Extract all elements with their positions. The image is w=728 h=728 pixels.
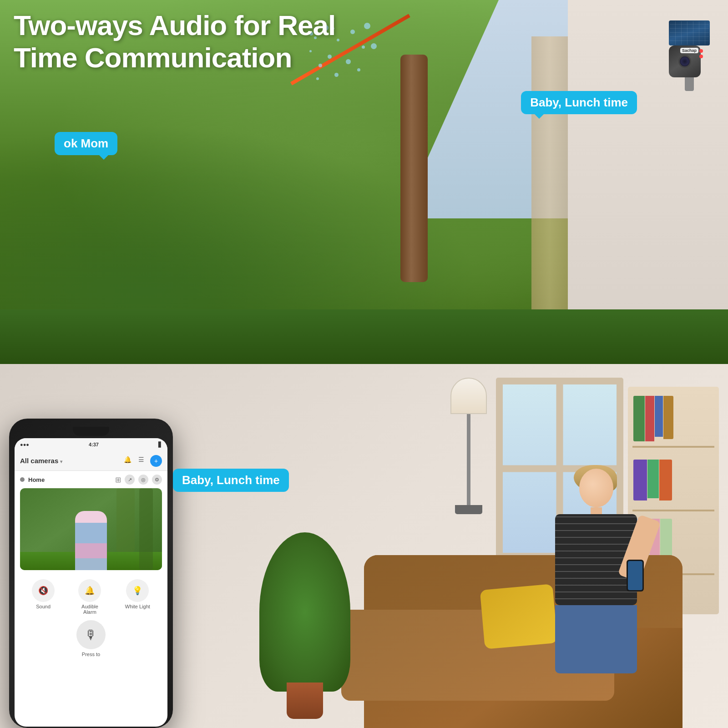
mic-button-container: 🎙 Press to bbox=[15, 620, 167, 657]
camera-badge: Sachap bbox=[680, 48, 698, 53]
camera-bracket bbox=[685, 77, 694, 91]
light-icon[interactable]: 💡 bbox=[126, 579, 149, 602]
camera-row-header: Home ⊞ ↗ ◎ ⚙ bbox=[20, 475, 162, 485]
tree-trunk bbox=[400, 55, 428, 282]
cam-tree-2 bbox=[116, 488, 135, 552]
cam-home-icon: ⊞ bbox=[115, 475, 121, 484]
page-wrapper: Sachap Two-ways Audio for Real Time Comm… bbox=[0, 0, 728, 728]
dropdown-icon[interactable]: ▾ bbox=[60, 459, 62, 464]
top-section: Sachap Two-ways Audio for Real Time Comm… bbox=[0, 0, 728, 364]
woman-held-phone bbox=[627, 560, 644, 592]
woman-head bbox=[579, 469, 613, 507]
woman-speech-text: Baby, Lunch time bbox=[182, 473, 280, 487]
light-control[interactable]: 💡 White Light bbox=[125, 579, 150, 615]
sound-label: Sound bbox=[36, 604, 51, 609]
background-ladder bbox=[531, 36, 568, 309]
floor-lamp bbox=[450, 378, 487, 514]
phone-header-icons: 🔔 ☰ + bbox=[123, 455, 162, 467]
cam-settings-icon[interactable]: ◎ bbox=[138, 475, 148, 485]
status-battery: ▋ bbox=[158, 442, 162, 448]
cam-home-label: Home bbox=[28, 476, 111, 483]
camera-led-2 bbox=[699, 55, 703, 58]
cam-thumbnail-child-figure bbox=[75, 511, 107, 570]
sound-icon[interactable]: 🔇 bbox=[32, 579, 55, 602]
phone-camera-section: Home ⊞ ↗ ◎ ⚙ bbox=[15, 471, 167, 574]
camera-body: Sachap bbox=[669, 46, 701, 77]
phone-screen: ●●● 4:37 ▋ All cameras ▾ 🔔 ☰ + bbox=[15, 438, 167, 727]
cam-share-icon[interactable]: ↗ bbox=[125, 475, 135, 485]
woman-legs-jeans bbox=[555, 605, 637, 673]
phone-app-header: All cameras ▾ 🔔 ☰ + bbox=[15, 451, 167, 471]
shelf-row-2 bbox=[632, 510, 714, 511]
mic-button[interactable]: 🎙 bbox=[76, 620, 106, 649]
phone-controls: 🔇 Sound 🔔 AudibleAlarm 💡 White Light bbox=[15, 574, 167, 618]
cam-tree bbox=[139, 488, 153, 570]
notification-icon[interactable]: 🔔 bbox=[123, 455, 132, 464]
hero-title-block: Two-ways Audio for Real Time Communicati… bbox=[14, 9, 335, 74]
mic-icon: 🎙 bbox=[85, 627, 97, 642]
indoor-plant bbox=[259, 532, 350, 728]
alarm-label: AudibleAlarm bbox=[81, 604, 98, 615]
solar-panel bbox=[669, 20, 710, 46]
security-camera: Sachap bbox=[669, 18, 710, 91]
lamp-shade bbox=[450, 378, 487, 414]
cam-thumbnail[interactable] bbox=[20, 488, 162, 570]
garden-ground bbox=[0, 309, 728, 364]
camera-speech-text-top: Baby, Lunch time bbox=[530, 96, 628, 109]
hero-title: Two-ways Audio for Real Time Communicati… bbox=[14, 9, 335, 74]
child-speech-bubble: ok Mom bbox=[55, 132, 117, 155]
woman-speech-bubble: Baby, Lunch time bbox=[173, 469, 289, 492]
phone-status-bar: ●●● 4:37 ▋ bbox=[15, 438, 167, 451]
plant-pot bbox=[287, 682, 323, 719]
status-time: 4:37 bbox=[89, 442, 99, 447]
camera-lens bbox=[678, 55, 691, 68]
camera-led-1 bbox=[699, 49, 703, 53]
phone-notch bbox=[73, 427, 109, 436]
camera-leds bbox=[699, 49, 703, 58]
status-signal: ●●● bbox=[20, 442, 29, 447]
title-line2: Time Communication bbox=[14, 42, 292, 73]
woman-figure bbox=[555, 469, 637, 673]
yellow-pillow bbox=[480, 584, 558, 649]
child-speech-text: ok Mom bbox=[64, 136, 108, 150]
alarm-icon[interactable]: 🔔 bbox=[78, 579, 101, 602]
title-line1: Two-ways Audio for Real bbox=[14, 10, 335, 41]
sound-control[interactable]: 🔇 Sound bbox=[32, 579, 55, 615]
phone-header-title: All cameras ▾ bbox=[20, 457, 123, 465]
shelf-row-1 bbox=[632, 446, 714, 448]
plant-leaves bbox=[259, 532, 350, 692]
cam-action-icons: ↗ ◎ ⚙ bbox=[125, 475, 162, 485]
smartphone-overlay: ●●● 4:37 ▋ All cameras ▾ 🔔 ☰ + bbox=[9, 419, 173, 728]
lamp-base bbox=[455, 505, 482, 514]
cam-status-dot bbox=[20, 477, 25, 482]
list-icon[interactable]: ☰ bbox=[136, 455, 146, 464]
press-to-label: Press to bbox=[82, 652, 100, 657]
light-label: White Light bbox=[125, 604, 150, 609]
garden-background: Sachap Two-ways Audio for Real Time Comm… bbox=[0, 0, 728, 364]
add-icon[interactable]: + bbox=[150, 455, 162, 467]
phone-frame: ●●● 4:37 ▋ All cameras ▾ 🔔 ☰ + bbox=[9, 419, 173, 728]
camera-speech-bubble-top: Baby, Lunch time bbox=[521, 91, 637, 114]
cam-more-icon[interactable]: ⚙ bbox=[152, 475, 162, 485]
lamp-pole bbox=[467, 414, 470, 505]
alarm-control[interactable]: 🔔 AudibleAlarm bbox=[78, 579, 101, 615]
bottom-section: Baby, Lunch time ●●● 4:37 ▋ Al bbox=[0, 364, 728, 728]
